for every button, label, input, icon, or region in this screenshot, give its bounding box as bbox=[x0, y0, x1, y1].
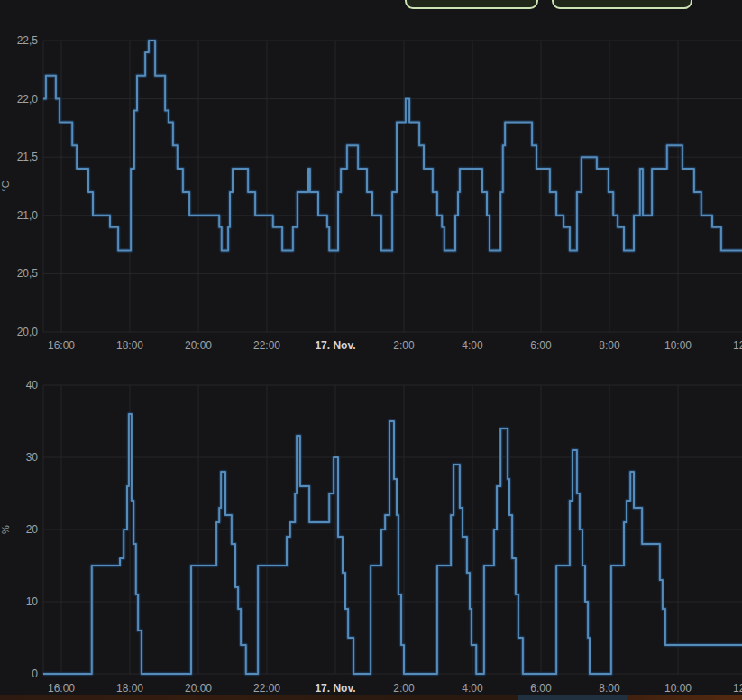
y-axis-unit: % bbox=[0, 525, 11, 534]
x-axis-tick-label: 10:00 bbox=[664, 682, 692, 695]
x-axis-tick-label: 17. Nov. bbox=[315, 339, 355, 352]
percent-chart[interactable]: 40302010016:0018:0020:0022:0017. Nov.2:0… bbox=[0, 379, 742, 700]
y-axis-tick-label: 0 bbox=[32, 668, 38, 680]
x-axis-tick-label: 6:00 bbox=[530, 339, 552, 352]
x-axis-tick-label: 10:00 bbox=[664, 339, 692, 352]
y-axis-tick-label: 22,0 bbox=[17, 93, 39, 106]
x-axis-tick-label: 4:00 bbox=[462, 682, 483, 695]
x-axis-tick-label: 18:00 bbox=[116, 339, 143, 352]
x-axis-tick-label: 2:00 bbox=[393, 339, 415, 352]
y-axis-tick-label: 22,5 bbox=[17, 34, 39, 47]
y-axis-tick-label: 10 bbox=[26, 595, 39, 608]
x-axis-tick-label: 2:00 bbox=[393, 682, 415, 695]
x-axis-tick-label: 22:00 bbox=[253, 339, 280, 352]
y-axis-tick-label: 20,5 bbox=[17, 267, 39, 280]
x-axis-tick-label: 12:00 bbox=[733, 682, 742, 695]
bottom-panel-edge-blue-segment bbox=[518, 695, 627, 700]
y-axis-unit: °C bbox=[0, 180, 11, 191]
y-axis-tick-label: 30 bbox=[26, 451, 39, 464]
temperature-plot-area[interactable] bbox=[43, 41, 742, 332]
y-axis-tick-label: 20 bbox=[26, 523, 39, 536]
x-axis-tick-label: 6:00 bbox=[530, 682, 552, 695]
y-axis-tick-label: 21,0 bbox=[17, 209, 39, 222]
x-axis-tick-label: 4:00 bbox=[462, 339, 483, 352]
y-axis-tick-label: 20,0 bbox=[17, 326, 39, 338]
x-axis-tick-label: 22:00 bbox=[253, 682, 280, 695]
bottom-panel-edge bbox=[0, 695, 742, 700]
x-axis-tick-label: 8:00 bbox=[599, 682, 620, 695]
x-axis-tick-label: 20:00 bbox=[185, 682, 212, 695]
x-axis-tick-label: 17. Nov. bbox=[315, 682, 355, 695]
x-axis-tick-label: 20:00 bbox=[185, 339, 212, 352]
x-axis-tick-label: 16:00 bbox=[48, 682, 75, 695]
x-axis-tick-label: 8:00 bbox=[599, 339, 620, 352]
x-axis-tick-label: 18:00 bbox=[116, 682, 143, 695]
x-axis-tick-label: 12:00 bbox=[733, 339, 742, 352]
y-axis-tick-label: 40 bbox=[26, 379, 39, 391]
x-axis-tick-label: 16:00 bbox=[48, 339, 75, 352]
y-axis-tick-label: 21,5 bbox=[17, 151, 39, 163]
temperature-chart[interactable]: 22,522,021,521,020,520,016:0018:0020:002… bbox=[0, 0, 742, 361]
